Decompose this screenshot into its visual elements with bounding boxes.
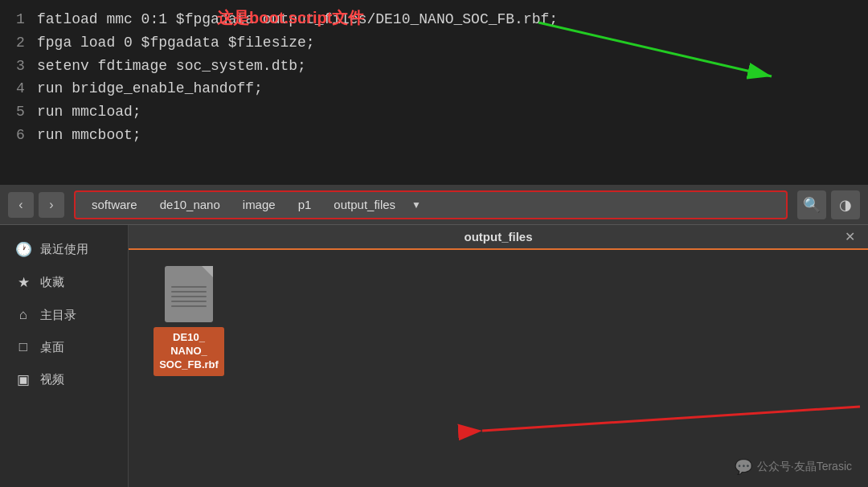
file-panel-content: DE10_NANO_SOC_FB.rbf 💬 公众号·友晶Terasic [129, 250, 868, 487]
main-content: 🕐 最近使用 ★ 收藏 ⌂ 主目录 □ 桌面 ▣ 视频 outpu [0, 225, 868, 487]
breadcrumb-de10nano[interactable]: de10_nano [149, 194, 231, 215]
desktop-icon: □ [14, 339, 32, 355]
sidebar-label-favorites: 收藏 [40, 275, 64, 290]
annotation-text: 这是boot.script文件 [217, 5, 364, 31]
sidebar-item-recent[interactable]: 🕐 最近使用 [0, 233, 128, 266]
code-line-5: 5 run mmcload; [16, 100, 852, 124]
sidebar-item-favorites[interactable]: ★ 收藏 [0, 266, 128, 299]
videos-icon: ▣ [14, 371, 32, 388]
code-line-4: 4 run bridge_enable_handoff; [16, 77, 852, 100]
file-panel-title: output_files [465, 230, 533, 244]
breadcrumb-output-files[interactable]: output_files [322, 194, 407, 215]
file-label: DE10_NANO_SOC_FB.rbf [154, 327, 224, 376]
file-item-rbf[interactable]: DE10_NANO_SOC_FB.rbf [153, 266, 225, 376]
code-line-3: 3 setenv fdtimage soc_system.dtb; [16, 55, 852, 78]
sidebar-label-videos: 视频 [40, 372, 64, 387]
file-panel: output_files ✕ DE10_NANO_SOC_FB.rbf [129, 225, 868, 487]
breadcrumb-dropdown-button[interactable]: ▼ [407, 196, 426, 214]
watermark: 💬 公众号·友晶Terasic [735, 458, 852, 476]
file-icon-lines [165, 275, 213, 313]
file-icon [165, 266, 213, 322]
code-line-2: 2 fpga load 0 $fpgadata $filesize; [16, 31, 852, 55]
breadcrumb-image[interactable]: image [231, 194, 287, 215]
theme-button[interactable]: ◑ [831, 190, 860, 219]
back-button[interactable]: ‹ [8, 192, 34, 218]
toolbar: ‹ › software de10_nano image p1 output_f… [0, 185, 868, 225]
svg-line-3 [482, 407, 860, 431]
sidebar-item-desktop[interactable]: □ 桌面 [0, 331, 128, 363]
home-icon: ⌂ [14, 307, 32, 323]
sidebar-label-recent: 最近使用 [40, 242, 88, 257]
sidebar-label-desktop: 桌面 [40, 340, 64, 355]
search-button[interactable]: 🔍 [797, 190, 826, 219]
code-editor: 这是boot.script文件 1 fatload mmc 0:1 $fpgad… [0, 0, 868, 185]
code-line-6: 6 run mmcboot; [16, 124, 852, 147]
recent-icon: 🕐 [14, 241, 32, 258]
file-manager: ‹ › software de10_nano image p1 output_f… [0, 185, 868, 487]
sidebar-label-home: 主目录 [40, 308, 76, 323]
file-panel-header: output_files ✕ [129, 225, 868, 250]
close-tab-button[interactable]: ✕ [845, 229, 855, 244]
sidebar: 🕐 最近使用 ★ 收藏 ⌂ 主目录 □ 桌面 ▣ 视频 [0, 225, 129, 487]
forward-button[interactable]: › [39, 192, 64, 218]
watermark-text: 公众号·友晶Terasic [757, 460, 852, 474]
sidebar-item-videos[interactable]: ▣ 视频 [0, 363, 128, 396]
sidebar-item-home[interactable]: ⌂ 主目录 [0, 299, 128, 331]
breadcrumb-software[interactable]: software [80, 194, 149, 215]
breadcrumb-bar: software de10_nano image p1 output_files… [74, 190, 788, 219]
code-line-1: 1 fatload mmc 0:1 $fpgadata output_files… [16, 8, 852, 31]
favorites-icon: ★ [14, 274, 32, 291]
breadcrumb-p1[interactable]: p1 [287, 194, 323, 215]
wechat-icon: 💬 [735, 458, 752, 476]
toolbar-right: 🔍 ◑ [797, 190, 860, 219]
